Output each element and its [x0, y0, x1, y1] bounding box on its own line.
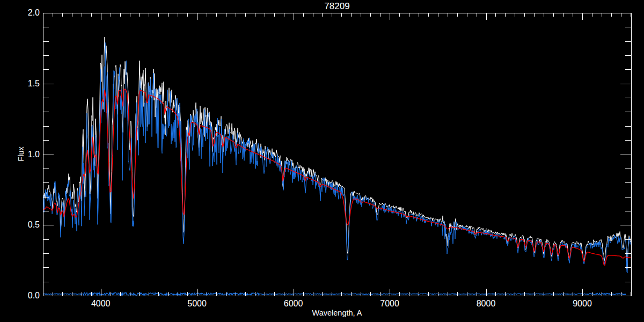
x-tick-label: 6000 [284, 299, 303, 308]
x-axis-label: Wavelength, A [312, 309, 362, 317]
y-tick-label: 0.5 [28, 220, 40, 229]
chart-title: 78209 [324, 1, 349, 11]
y-tick-label: 2.0 [28, 8, 40, 17]
x-tick-label: 4000 [91, 299, 111, 308]
screen: { "title": "78209", "axes": { "x": { "la… [0, 0, 644, 322]
x-tick-label: 7000 [380, 299, 399, 308]
x-tick-label: 5000 [187, 299, 207, 308]
y-tick-label: 0.0 [28, 291, 40, 300]
x-tick-label: 8000 [477, 299, 496, 308]
y-tick-label: 1.0 [28, 150, 40, 159]
spectrum-chart: 4000500060007000800090000.00.51.01.52.0 … [0, 0, 644, 322]
x-tick-label: 9000 [573, 299, 592, 308]
y-tick-label: 1.5 [28, 79, 40, 88]
y-axis-label: Flux [17, 147, 25, 162]
spectral-plot-window: 4000500060007000800090000.00.51.01.52.0 … [0, 0, 644, 322]
